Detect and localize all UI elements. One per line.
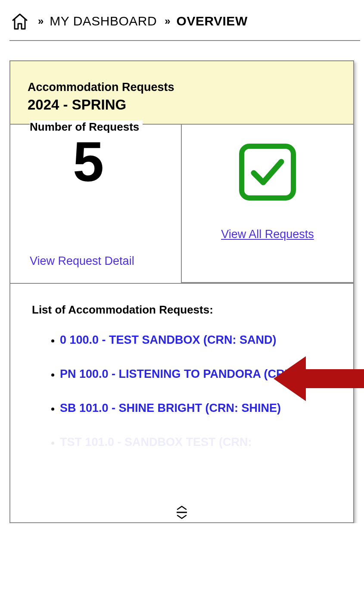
requests-list-section: List of Accommodation Requests: 0 100.0 … [10,283,353,522]
breadcrumb-dashboard[interactable]: MY DASHBOARD [50,14,157,28]
card-header: Accommodation Requests 2024 - SPRING [10,61,353,125]
chevron-right-icon: » [165,15,168,27]
view-all-requests-link[interactable]: View All Requests [221,228,314,241]
requests-list: 0 100.0 - TEST SANDBOX (CRN: SAND) PN 10… [32,332,332,451]
list-item[interactable]: SB 101.0 - SHINE BRIGHT (CRN: SHINE) [60,400,332,417]
card-term: 2024 - SPRING [28,97,336,113]
requests-count-panel: Number of Requests 5 View Request Detail [10,125,182,283]
checkmark-icon [237,142,298,204]
list-item[interactable]: PN 100.0 - LISTENING TO PANDORA (CRN: PA… [60,366,332,383]
list-item[interactable]: TST 101.0 - SANDBOX TEST (CRN: [60,434,332,451]
list-item[interactable]: 0 100.0 - TEST SANDBOX (CRN: SAND) [60,332,332,348]
home-icon[interactable] [9,11,30,31]
card-title: Accommodation Requests [28,81,336,94]
breadcrumb-overview: OVERVIEW [177,14,248,28]
accommodation-requests-card: Accommodation Requests 2024 - SPRING Num… [9,60,354,523]
svg-rect-0 [242,146,293,198]
status-panel: View All Requests [182,125,353,283]
stats-row: Number of Requests 5 View Request Detail… [10,125,353,283]
chevron-right-icon: » [38,15,42,27]
breadcrumb: » MY DASHBOARD » OVERVIEW [9,11,360,41]
resize-handle-icon[interactable] [173,505,190,520]
requests-count-value: 5 [73,134,168,190]
list-heading: List of Accommodation Requests: [32,303,332,317]
view-request-detail-link[interactable]: View Request Detail [30,254,168,268]
